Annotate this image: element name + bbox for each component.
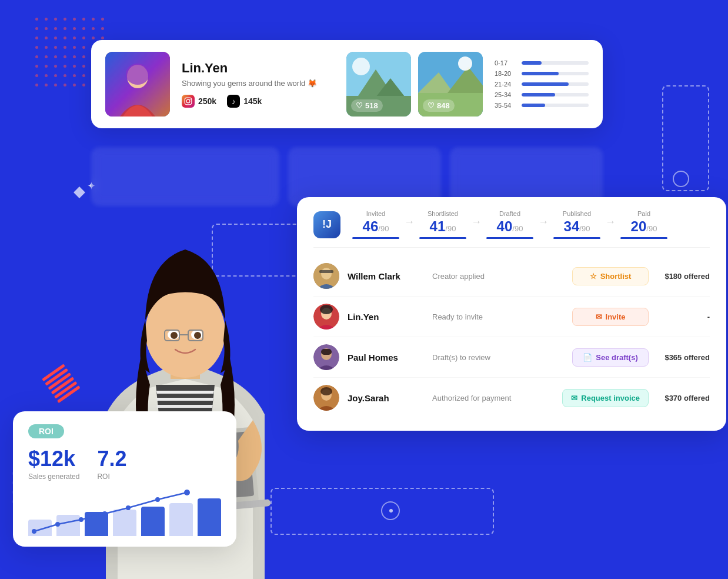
funnel-label-invited: Invited: [352, 210, 399, 217]
instagram-count: 250k: [198, 96, 216, 106]
funnel-label-drafted: Drafted: [486, 210, 533, 217]
funnel-label-published: Published: [553, 210, 600, 217]
funnel-step-paid: Paid 20/90: [620, 210, 667, 239]
funnel-num-invited: 46/90: [352, 218, 399, 235]
age-fill-0-17: [522, 61, 542, 65]
svg-point-10: [352, 58, 370, 75]
drafts-label: See draft(s): [596, 353, 638, 362]
age-label-21-24: 21-24: [495, 81, 517, 88]
svg-point-2: [126, 64, 149, 85]
creator-price-joy: $370 offered: [657, 394, 710, 402]
creator-status-paul: Draft(s) to review: [432, 353, 564, 362]
svg-point-33: [155, 497, 160, 502]
creator-action-invoice[interactable]: ✉ Request invoice: [562, 389, 649, 407]
arrow-3: →: [538, 216, 549, 228]
funnel-bar-shortlisted: [419, 237, 466, 239]
age-row-18-20: 18-20: [495, 70, 589, 77]
roi-label: ROI: [97, 472, 126, 481]
chart-bar-2: [56, 515, 80, 536]
age-row-35-54: 35-54: [495, 102, 589, 109]
arrow-2: →: [471, 216, 482, 228]
age-fill-21-24: [522, 82, 569, 86]
drafts-document-icon: 📄: [583, 353, 592, 362]
svg-point-39: [194, 332, 201, 339]
invite-envelope-icon: ✉: [596, 312, 602, 321]
post-2-likes: ♡ 848: [423, 99, 455, 112]
svg-rect-24: [321, 349, 332, 355]
age-fill-25-34: [522, 93, 555, 96]
deco-dot-center: [389, 509, 393, 513]
creator-name-willem: Willem Clark: [348, 271, 424, 281]
age-label-0-17: 0-17: [495, 59, 517, 66]
creator-row-1: Lin.Yen Ready to invite ✉ Invite -: [313, 297, 710, 337]
invited-denom: /90: [378, 224, 389, 233]
svg-point-27: [320, 387, 332, 395]
creator-action-drafts[interactable]: 📄 See draft(s): [572, 348, 649, 367]
roi-metric: 7.2 ROI: [97, 447, 126, 481]
age-fill-18-20: [522, 72, 559, 75]
invoice-label: Request invoice: [581, 394, 640, 402]
shortlisted-denom: /90: [445, 224, 456, 233]
age-bar-18-20: [522, 72, 589, 75]
paid-number: 20: [631, 218, 647, 234]
age-fill-35-54: [522, 104, 545, 107]
chart-bar-4: [113, 510, 136, 537]
creator-avatar-willem: [313, 263, 339, 289]
svg-point-34: [184, 490, 190, 495]
post-thumb-2[interactable]: ♡ 848: [418, 52, 483, 117]
sales-value: $12k: [28, 447, 79, 471]
tiktok-count: 145k: [243, 96, 262, 106]
age-row-21-24: 21-24: [495, 81, 589, 88]
tiktok-icon: ♪: [227, 95, 240, 108]
published-denom: /90: [579, 224, 590, 233]
funnel-step-shortlisted: Shortlisted 41/90: [419, 210, 466, 239]
age-row-0-17: 0-17: [495, 59, 589, 66]
svg-point-21: [320, 305, 333, 314]
creator-avatar-paul: [313, 344, 339, 370]
arrow-1: →: [404, 216, 415, 228]
deco-dash-rect-right: [662, 85, 709, 191]
chart-bar-5: [141, 507, 165, 536]
published-number: 34: [564, 218, 580, 234]
funnel-num-paid: 20/90: [620, 218, 667, 235]
creator-status-joy: Authorized for payment: [432, 394, 554, 402]
funnel-label-paid: Paid: [620, 210, 667, 217]
funnel-step-invited: Invited 46/90: [352, 210, 399, 239]
creator-action-shortlist[interactable]: ☆ Shortlist: [572, 267, 649, 285]
age-bar-21-24: [522, 82, 589, 86]
chart-bar-1: [28, 520, 52, 536]
campaign-header: !J Invited 46/90 → Shortlisted 41/90 → D…: [313, 210, 710, 248]
funnel-step-drafted: Drafted 40/90: [486, 210, 533, 239]
influencer-socials: 250k ♪ 145k: [182, 95, 335, 108]
campaign-card: !J Invited 46/90 → Shortlisted 41/90 → D…: [297, 197, 726, 431]
creator-status-linyen: Ready to invite: [432, 312, 564, 321]
funnel-bar-drafted: [486, 237, 533, 239]
funnel-bar-invited: [352, 237, 399, 239]
creator-name-linyen: Lin.Yen: [348, 312, 424, 322]
sales-label: Sales generated: [28, 472, 79, 481]
creator-name-joy: Joy.Sarah: [348, 393, 424, 403]
roi-chart: [28, 489, 221, 536]
age-bar-0-17: [522, 61, 589, 65]
funnel-num-published: 34/90: [553, 218, 600, 235]
post-1-likes: ♡ 518: [351, 99, 383, 112]
post-thumb-1[interactable]: ♡ 518: [346, 52, 411, 117]
drafted-number: 40: [497, 218, 513, 234]
paid-denom: /90: [646, 224, 657, 233]
creator-action-invite[interactable]: ✉ Invite: [572, 308, 649, 326]
trend-line-svg: [28, 489, 193, 536]
creator-status-willem: Creator applied: [432, 272, 564, 281]
svg-point-15: [458, 56, 472, 71]
roi-value: 7.2: [97, 447, 126, 471]
creator-name-paul: Paul Homes: [348, 352, 424, 362]
roi-badge: ROI: [28, 424, 64, 438]
drafted-denom: /90: [512, 224, 523, 233]
creator-price-paul: $365 offered: [657, 353, 710, 362]
shortlist-star-icon: ☆: [590, 272, 597, 281]
influencer-avatar-image: [105, 52, 170, 117]
invited-number: 46: [363, 218, 379, 234]
invite-label: Invite: [606, 312, 626, 321]
invoice-check-icon: ✉: [571, 394, 577, 402]
shortlist-label: Shortlist: [600, 272, 632, 281]
age-label-35-54: 35-54: [495, 102, 517, 109]
